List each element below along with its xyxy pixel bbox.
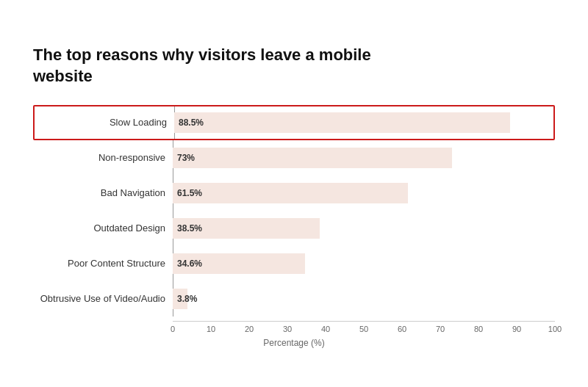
- x-axis: 0102030405060708090100: [33, 321, 555, 325]
- bar-label: Poor Content Structure: [33, 258, 173, 269]
- bar-row: Obtrusive Use of Video/Audio3.8%: [33, 281, 555, 317]
- bar-value-label: 38.5%: [177, 223, 202, 234]
- bar-value-label: 34.6%: [177, 258, 202, 269]
- bar-fill: 34.6%: [173, 253, 305, 274]
- bar-fill: 61.5%: [173, 183, 408, 203]
- bar-value-label: 3.8%: [177, 294, 197, 304]
- bar-value-label: 88.5%: [179, 117, 204, 128]
- bar-fill: 73%: [173, 148, 452, 168]
- x-tick-label: 100: [548, 325, 562, 333]
- chart-area: Slow Loading88.5%Non-responsive73%Bad Na…: [33, 105, 555, 317]
- x-tick-label: 50: [359, 325, 368, 333]
- x-tick-label: 40: [321, 325, 330, 333]
- chart-container: The top reasons why visitors leave a mob…: [18, 24, 570, 362]
- bar-col: 3.8%: [173, 281, 555, 317]
- bar-fill: 3.8%: [173, 289, 187, 309]
- bar-label: Non-responsive: [33, 152, 173, 163]
- bar-col: 34.6%: [173, 246, 555, 281]
- bar-row: Non-responsive73%: [33, 140, 555, 176]
- x-axis-spacer: [33, 321, 173, 325]
- x-tick-label: 80: [474, 325, 483, 333]
- bar-col: 88.5%: [174, 106, 553, 139]
- bar-fill: 38.5%: [173, 218, 320, 239]
- x-tick-label: 60: [398, 325, 406, 333]
- x-tick-label: 10: [207, 325, 215, 333]
- x-tick-label: 90: [512, 325, 521, 333]
- bar-row: Poor Content Structure34.6%: [33, 246, 555, 281]
- bar-track: 88.5%: [174, 112, 553, 133]
- bar-value-label: 61.5%: [177, 188, 202, 198]
- bar-fill: 88.5%: [174, 112, 510, 133]
- bar-row: Slow Loading88.5%: [33, 105, 555, 140]
- bar-track: 3.8%: [173, 289, 555, 309]
- x-tick-label: 0: [171, 325, 175, 333]
- bar-track: 61.5%: [173, 183, 555, 203]
- x-axis-ticks: 0102030405060708090100: [173, 321, 555, 325]
- bar-row: Outdated Design38.5%: [33, 211, 555, 246]
- bar-col: 73%: [173, 140, 555, 176]
- bar-track: 73%: [173, 148, 555, 168]
- bar-col: 38.5%: [173, 211, 555, 246]
- bar-row: Bad Navigation61.5%: [33, 176, 555, 211]
- x-tick-label: 20: [245, 325, 254, 333]
- bar-value-label: 73%: [177, 153, 195, 163]
- x-tick-label: 70: [436, 325, 445, 333]
- chart-title: The top reasons why visitors leave a mob…: [33, 45, 386, 87]
- x-tick-label: 30: [283, 325, 292, 333]
- bar-track: 34.6%: [173, 253, 555, 274]
- x-axis-title: Percentage (%): [33, 338, 555, 348]
- bar-label: Obtrusive Use of Video/Audio: [33, 293, 173, 304]
- bar-label: Outdated Design: [33, 223, 173, 234]
- bar-track: 38.5%: [173, 218, 555, 239]
- bar-label: Bad Navigation: [33, 187, 173, 198]
- bar-col: 61.5%: [173, 176, 555, 211]
- bar-label: Slow Loading: [35, 117, 174, 128]
